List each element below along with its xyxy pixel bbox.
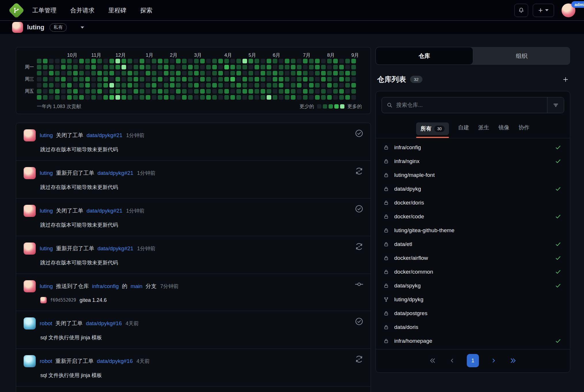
heatmap-day-labels: 周一周三周五: [24, 59, 37, 100]
heatmap-cell: [115, 89, 120, 94]
repo-row[interactable]: docker/common: [376, 265, 570, 279]
filter-tab-mirrors[interactable]: 镜像: [498, 124, 509, 137]
repo-row[interactable]: docker/airflow: [376, 251, 570, 265]
heatmap-cell: [134, 77, 138, 82]
nav-item-explore[interactable]: 探索: [140, 6, 152, 14]
repo-row[interactable]: docker/doris: [376, 196, 570, 210]
heatmap-cell: [55, 89, 60, 94]
feed-link[interactable]: data/dpykg#21: [97, 170, 133, 176]
user-menu[interactable]: admin: [562, 3, 575, 17]
lock-icon: [383, 241, 389, 247]
feed-link[interactable]: robot: [40, 320, 52, 327]
notifications-button[interactable]: [514, 4, 528, 17]
tab-organizations[interactable]: 组织: [473, 47, 570, 65]
repo-name-link[interactable]: docker/common: [394, 269, 433, 275]
feed-link[interactable]: data/dpykg#16: [97, 358, 133, 364]
feed-link[interactable]: infra/config: [92, 283, 119, 289]
gitea-logo[interactable]: [9, 3, 24, 18]
filter-tab-all[interactable]: 所有 30: [416, 122, 449, 138]
current-page-button[interactable]: 1: [467, 354, 479, 367]
navbar-menu: 工单管理合并请求里程碑探索: [32, 6, 152, 14]
tab-repositories[interactable]: 仓库: [376, 47, 473, 65]
feed-link[interactable]: luting: [40, 132, 53, 139]
repo-name-link[interactable]: data/dpykg: [394, 186, 421, 192]
repo-name-link[interactable]: docker/code: [394, 213, 424, 220]
feed-link[interactable]: data/dpykg#16: [86, 320, 122, 327]
prev-page-button[interactable]: [448, 356, 456, 365]
heatmap-cell: [345, 77, 350, 82]
heatmap-cell: [261, 59, 265, 63]
repo-row[interactable]: infra/homepage: [376, 334, 570, 348]
chevron-down-icon[interactable]: [81, 26, 84, 29]
feed-link[interactable]: main: [130, 283, 142, 289]
repo-row[interactable]: infra/config: [376, 141, 570, 154]
nav-item-pulls[interactable]: 合并请求: [70, 6, 94, 14]
feed-link[interactable]: data/dpykg#21: [86, 208, 122, 214]
nav-item-issues[interactable]: 工单管理: [32, 6, 56, 14]
repo-name-link[interactable]: data/etl: [394, 241, 412, 247]
repo-name-link[interactable]: infra/nginx: [394, 158, 420, 164]
heatmap-cell: [333, 95, 338, 100]
repo-name-link[interactable]: docker/airflow: [394, 255, 428, 261]
feed-link[interactable]: luting: [40, 283, 53, 289]
create-new-button[interactable]: +: [533, 4, 554, 17]
heatmap-cell: [55, 77, 60, 82]
feed-timestamp: 1分钟前: [137, 170, 156, 177]
repo-row[interactable]: data/doris: [376, 320, 570, 334]
heatmap-month-label: 6月: [273, 52, 280, 58]
heatmap-cell: [212, 59, 217, 63]
repo-filter-button[interactable]: [547, 97, 564, 113]
heatmap-cell: [194, 95, 199, 100]
repo-row[interactable]: docker/code: [376, 210, 570, 224]
feed-timestamp: 1分钟前: [137, 245, 156, 252]
repo-row[interactable]: data/dpykg: [376, 182, 570, 196]
repo-name-link[interactable]: infra/homepage: [394, 338, 432, 344]
filter-tab-sources[interactable]: 自建: [458, 124, 469, 137]
repo-name-link[interactable]: luting/gitea-github-theme: [394, 227, 454, 234]
feed-link[interactable]: luting: [40, 245, 53, 252]
heatmap-cell: [297, 83, 302, 88]
repo-row[interactable]: luting/maple-font: [376, 168, 570, 182]
heatmap-cell: [291, 95, 295, 100]
repo-row[interactable]: infra/nginx: [376, 154, 570, 168]
last-page-button[interactable]: [508, 356, 518, 366]
repo-name-link[interactable]: luting/maple-font: [394, 172, 435, 178]
feed-detail-text: 跳过存在版本可能导致未更新代码: [40, 184, 350, 191]
commit-hash-link[interactable]: f69d552029: [50, 298, 76, 303]
repo-row[interactable]: data/spykg: [376, 279, 570, 293]
heatmap-cell: [79, 89, 84, 94]
repo-name-link[interactable]: infra/config: [394, 144, 421, 151]
filter-tab-collaborative[interactable]: 协作: [519, 124, 530, 137]
first-page-button[interactable]: [428, 356, 437, 366]
repo-name-link[interactable]: data/postgres: [394, 310, 427, 317]
feed-entry: luting推送到了仓库infra/config的main分支7分钟前 f69d…: [16, 274, 371, 311]
add-repo-button[interactable]: [562, 76, 569, 83]
heatmap-cell: [255, 89, 259, 94]
repo-name-link[interactable]: luting/dpykg: [394, 296, 423, 303]
next-page-button[interactable]: [489, 356, 498, 365]
heatmap-cell: [236, 71, 241, 75]
repo-name-link[interactable]: data/spykg: [394, 283, 421, 289]
repo-row[interactable]: luting/dpykg: [376, 293, 570, 306]
heatmap-cell: [255, 59, 259, 63]
feed-link[interactable]: robot: [40, 358, 52, 364]
heatmap-cell: [206, 59, 211, 63]
username-link[interactable]: luting: [27, 24, 44, 31]
filter-tab-forks[interactable]: 派生: [478, 124, 489, 137]
heatmap-cell: [146, 71, 150, 75]
repo-row[interactable]: data/postgres: [376, 306, 570, 320]
repo-name-link[interactable]: docker/doris: [394, 200, 424, 206]
nav-item-milestones[interactable]: 里程碑: [108, 6, 126, 14]
heatmap-cell: [200, 71, 205, 75]
repo-search-input[interactable]: [396, 102, 543, 108]
repo-row[interactable]: data/etl: [376, 237, 570, 251]
feed-link[interactable]: luting: [40, 170, 53, 176]
heatmap-cell: [170, 65, 175, 69]
feed-link[interactable]: data/dpykg#21: [86, 132, 122, 139]
feed-link[interactable]: luting: [40, 208, 53, 214]
feed-link[interactable]: data/dpykg#21: [97, 245, 133, 252]
avatar[interactable]: [12, 22, 23, 33]
repo-row[interactable]: luting/gitea-github-theme: [376, 224, 570, 237]
repo-name-link[interactable]: data/doris: [394, 324, 418, 330]
feed-action-text: 重新开启了工单: [56, 245, 94, 252]
